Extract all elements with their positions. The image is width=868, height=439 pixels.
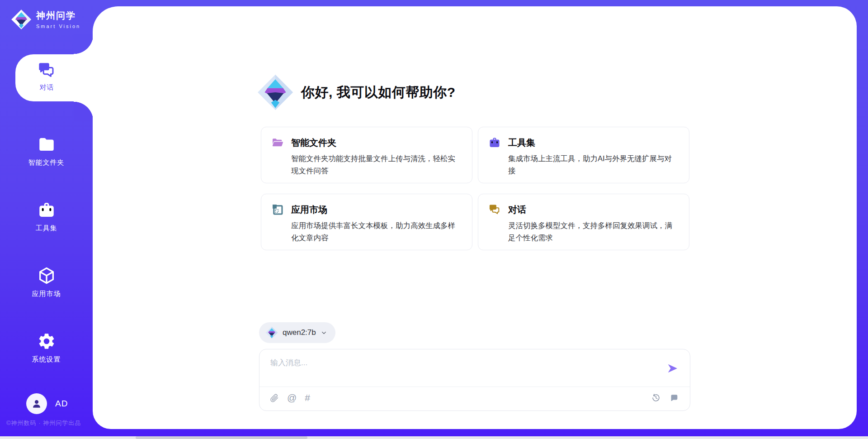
card-app-market[interactable]: 应用市场 应用市场提供丰富长文本模板，助力高效生成多样化文章内容 (261, 194, 472, 250)
sidebar-item-label: 对话 (0, 83, 94, 92)
message-composer: @ # (259, 349, 690, 411)
sidebar-item-label: 应用市场 (0, 290, 93, 298)
chat-icon (15, 61, 94, 80)
sidebar-item-smart-folder[interactable]: 智能文件夹 (0, 135, 93, 167)
card-title: 智能文件夹 (291, 137, 336, 149)
message-input[interactable] (269, 357, 660, 383)
hashtag-icon[interactable]: # (305, 393, 310, 403)
folder-open-icon (271, 136, 284, 149)
history-icon[interactable] (651, 393, 661, 403)
card-chat[interactable]: 对话 灵活切换多模型文件，支持多样回复效果调试，满足个性化需求 (478, 194, 689, 250)
chat-bubble-icon[interactable] (669, 393, 679, 403)
diamond-gem-icon (11, 9, 32, 30)
sidebar: 神州问学 Smart Vision 对话 智能文件夹 工具集 (0, 0, 93, 439)
paperclip-icon[interactable] (269, 393, 279, 403)
card-smart-folder[interactable]: 智能文件夹 智能文件夹功能支持批量文件上传与清洗，轻松实现文件问答 (261, 127, 472, 183)
card-title: 工具集 (508, 137, 535, 149)
toolbox-icon (488, 136, 501, 149)
sidebar-item-chat[interactable]: 对话 (15, 54, 94, 101)
feature-cards: 智能文件夹 智能文件夹功能支持批量文件上传与清洗，轻松实现文件问答 工具集 集成… (261, 127, 690, 250)
brand-logo: 神州问学 Smart Vision (11, 9, 93, 30)
send-icon[interactable] (666, 362, 679, 375)
mention-icon[interactable]: @ (287, 393, 297, 403)
cube-icon (0, 266, 93, 285)
brand-name: 神州问学 (36, 10, 76, 20)
sidebar-item-toolset[interactable]: 工具集 (0, 200, 93, 233)
user-name: AD (55, 399, 68, 409)
scrollbar-thumb[interactable] (136, 436, 307, 439)
copyright-footer: ©神州数码 · 神州问学出品 (6, 419, 81, 427)
card-title: 对话 (508, 204, 526, 216)
brand-tagline: Smart Vision (36, 24, 80, 29)
diamond-gem-icon (265, 326, 278, 339)
composer-divider (259, 387, 690, 387)
main-content: 你好, 我可以如何帮助你? 智能文件夹 智能文件夹功能支持批量文件上传与清洗，轻… (93, 6, 857, 429)
card-description: 应用市场提供丰富长文本模板，助力高效生成多样化文章内容 (291, 220, 462, 244)
composer-right-tools (651, 393, 679, 403)
sidebar-item-label: 系统设置 (0, 355, 93, 364)
model-name: qwen2:7b (283, 328, 316, 337)
chat-icon (488, 203, 501, 216)
card-description: 灵活切换多模型文件，支持多样回复效果调试，满足个性化需求 (508, 220, 679, 244)
sidebar-item-settings[interactable]: 系统设置 (0, 332, 93, 364)
composer-tools: @ # (269, 393, 310, 403)
folder-icon (0, 135, 93, 154)
diamond-gem-icon (257, 74, 294, 111)
sidebar-item-app-market[interactable]: 应用市场 (0, 266, 93, 298)
gear-icon (0, 332, 93, 351)
user-account[interactable]: AD (26, 393, 68, 414)
app-window: 神州问学 Smart Vision 对话 智能文件夹 工具集 (0, 0, 868, 439)
horizontal-scrollbar[interactable] (0, 436, 868, 439)
chevron-down-icon (321, 329, 327, 336)
user-icon (30, 397, 43, 410)
model-selector[interactable]: qwen2:7b (259, 322, 335, 343)
app-grid-icon (271, 203, 284, 216)
card-description: 集成市场上主流工具，助力AI与外界无缝扩展与对接 (508, 153, 679, 177)
card-toolset[interactable]: 工具集 集成市场上主流工具，助力AI与外界无缝扩展与对接 (478, 127, 689, 183)
card-description: 智能文件夹功能支持批量文件上传与清洗，轻松实现文件问答 (291, 153, 462, 177)
greeting-title: 你好, 我可以如何帮助你? (301, 83, 456, 102)
sidebar-item-label: 工具集 (0, 224, 93, 233)
sidebar-item-label: 智能文件夹 (0, 158, 93, 167)
avatar (26, 393, 47, 414)
card-title: 应用市场 (291, 204, 327, 216)
greeting: 你好, 我可以如何帮助你? (257, 74, 456, 111)
toolbox-icon (0, 200, 93, 220)
